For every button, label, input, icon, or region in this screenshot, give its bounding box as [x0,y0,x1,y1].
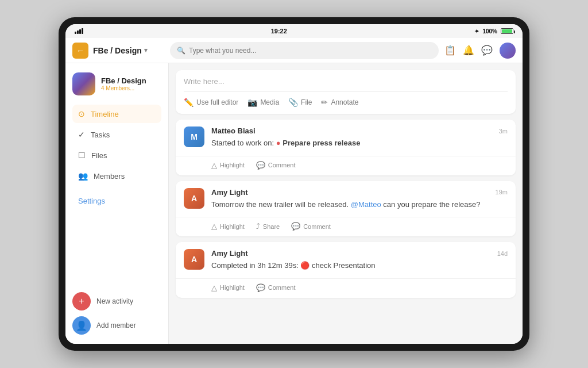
amy-avatar-img-1: A [184,188,204,209]
file-icon: 📎 [288,98,298,107]
tablet-device: 19:22 ✦ 100% ← FBe / Design ▾ 🔍 [59,17,529,351]
tasks-icon: ✓ [78,130,85,139]
share-icon-2: ⤴ [256,222,260,231]
timeline-icon: ⊙ [78,109,85,118]
activity-feed: Write here... ✏️ Use full editor 📷 Media… [169,63,523,344]
full-editor-button[interactable]: ✏️ Use full editor [184,98,238,107]
post-header-3: Amy Light 14d [211,249,508,258]
notification-icon[interactable]: 🔔 [463,45,474,56]
workspace-avatar [72,72,95,95]
add-member-button[interactable]: 👤 Add member [72,316,161,335]
workspace-name-header: FBe / Design [93,46,142,55]
add-member-icon: 👤 [72,316,91,335]
new-activity-icon: + [72,292,91,310]
post-actions-2: △ Highlight ⤴ Share 💬 Comment [176,217,516,236]
tablet-screen: 19:22 ✦ 100% ← FBe / Design ▾ 🔍 [65,24,523,344]
share-button-2[interactable]: ⤴ Share [256,222,280,231]
post-inner-1: M Matteo Biasi 3m Started to work on: ● … [176,120,516,156]
highlight-button-1[interactable]: △ Highlight [211,161,245,170]
nav-item-files[interactable]: ☐ Files [72,146,161,164]
highlight-button-3[interactable]: △ Highlight [211,283,245,292]
highlight-button-2[interactable]: △ Highlight [211,222,245,231]
user-avatar[interactable] [500,43,516,59]
nav-item-members[interactable]: 👥 Members [72,167,161,185]
top-action-icons: 📋 🔔 💬 [444,43,516,59]
nav-section: ⊙ Timeline ✓ Tasks ☐ Files 👥 Members [72,105,161,185]
comment-icon-3: 💬 [256,283,265,292]
chat-icon[interactable]: 💬 [481,45,493,56]
status-right: ✦ 100% [474,28,513,34]
new-activity-label: New activity [96,297,133,305]
search-input[interactable] [189,47,432,55]
post-text-2: Tomorrow the new trailer will be release… [211,199,508,210]
post-avatar-matteo: M [184,126,204,147]
nav-item-tasks[interactable]: ✓ Tasks [72,125,161,144]
comment-button-1[interactable]: 💬 Comment [256,161,296,170]
battery-icon [501,28,513,34]
post-card-3: A Amy Light 14d Completed in 3h 12m 39s:… [176,242,516,298]
task-red-icon: 🔴 [300,261,310,270]
bluetooth-icon: ✦ [474,28,479,34]
nav-item-timeline[interactable]: ⊙ Timeline [72,105,161,123]
workspace-title-header: FBe / Design ▾ [93,46,148,55]
main-content: FBe / Design 4 Members... ⊙ Timeline ✓ T… [65,63,523,344]
action-section: + New activity 👤 Add member [72,292,161,335]
status-bar: 19:22 ✦ 100% [65,24,523,38]
camera-icon: 📷 [247,98,257,107]
nav-label-files: Files [91,151,107,160]
highlight-label-3: Highlight [220,284,245,291]
share-label-2: Share [263,223,280,230]
media-button[interactable]: 📷 Media [247,98,279,107]
annotate-label: Annotate [331,98,358,106]
post-avatar-amy-2: A [184,249,204,270]
post-card-2: A Amy Light 19m Tomorrow the new trailer… [176,181,516,237]
highlight-icon-1: △ [211,161,217,170]
post-author-3: Amy Light [211,249,248,258]
files-icon: ☐ [78,151,86,160]
document-icon[interactable]: 📋 [444,45,456,56]
signal-icon [75,28,83,34]
post-card-1: M Matteo Biasi 3m Started to work on: ● … [176,120,516,175]
full-editor-label: Use full editor [196,98,238,106]
highlight-icon-2: △ [211,222,217,231]
compose-box: Write here... ✏️ Use full editor 📷 Media… [176,70,516,114]
post-time-1: 3m [499,128,508,135]
battery-percent: 100% [482,28,497,34]
file-button[interactable]: 📎 File [288,98,312,107]
workspace-members-count: 4 Members... [101,85,146,91]
workspace-meta: FBe / Design 4 Members... [101,76,146,91]
new-activity-button[interactable]: + New activity [72,292,161,310]
post-author-2: Amy Light [211,188,248,197]
settings-link[interactable]: Settings [72,194,161,208]
post-body-2: Amy Light 19m Tomorrow the new trailer w… [211,188,508,210]
nav-label-members: Members [94,172,125,181]
file-label: File [301,98,312,106]
search-bar[interactable]: 🔍 [170,42,439,59]
compose-placeholder[interactable]: Write here... [184,77,508,92]
post-text-3: Completed in 3h 12m 39s: 🔴 check Present… [211,260,508,271]
workspace-chevron-icon[interactable]: ▾ [144,47,148,54]
post-time-3: 14d [497,250,508,257]
comment-icon-1: 💬 [256,161,265,170]
comment-button-2[interactable]: 💬 Comment [291,222,331,231]
post-inner-3: A Amy Light 14d Completed in 3h 12m 39s:… [176,242,516,278]
annotate-button[interactable]: ✏ Annotate [321,98,358,107]
workspace-info: FBe / Design 4 Members... [72,72,161,95]
highlight-label-1: Highlight [220,162,245,168]
post-header-1: Matteo Biasi 3m [211,126,508,135]
post-actions-3: △ Highlight 💬 Comment [176,278,516,298]
highlight-icon-3: △ [211,283,217,292]
matteo-avatar-img: M [184,126,204,147]
annotate-icon: ✏ [321,98,328,107]
amy-avatar-img-2: A [184,249,204,270]
compose-actions: ✏️ Use full editor 📷 Media 📎 File ✏ [184,92,508,107]
highlight-label-2: Highlight [220,223,245,230]
task-dot-icon: ● [276,139,281,147]
back-button[interactable]: ← [72,43,88,59]
post-time-2: 19m [496,189,508,195]
comment-label-3: Comment [268,284,296,291]
comment-icon-2: 💬 [291,222,300,231]
members-icon: 👥 [78,171,88,181]
comment-button-3[interactable]: 💬 Comment [256,283,296,292]
nav-label-tasks: Tasks [91,131,110,139]
